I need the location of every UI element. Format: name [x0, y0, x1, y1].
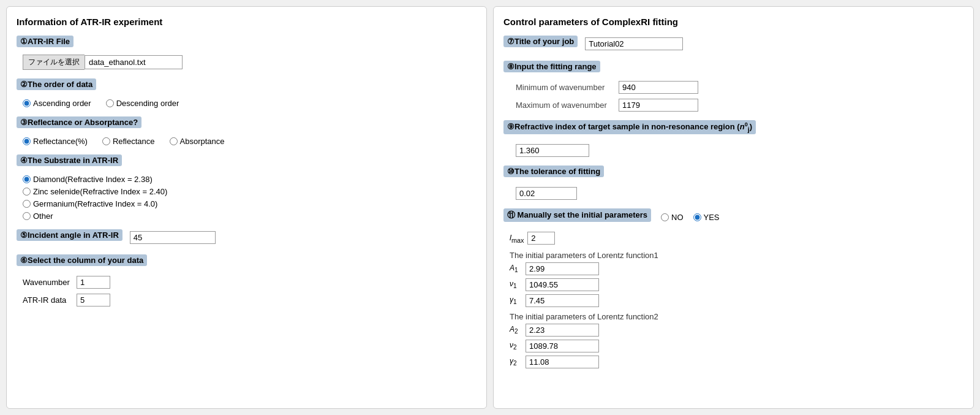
tolerance-label: ⑩The tolerance of fitting [503, 166, 604, 177]
descending-radio[interactable]: Descending order [106, 99, 179, 108]
nu2-label: ν2 [510, 341, 523, 351]
fitting-range-label: ⑧Input the fitting range [503, 61, 600, 72]
max-wavenumber-label: Maximum of wavenumber [516, 101, 614, 110]
data-order-label: ②The order of data [17, 78, 96, 90]
gamma2-input[interactable] [526, 356, 599, 368]
wavenumber-col-label: Wavenumber [23, 278, 72, 287]
ascending-radio[interactable]: Ascending order [23, 99, 91, 108]
lorentz1-title: The initial parameters of Lorentz functi… [510, 251, 963, 260]
no-radio[interactable]: NO [661, 213, 684, 222]
germanium-radio[interactable]: Germanium(Refractive Index = 4.0) [23, 199, 477, 208]
reflectance-pct-radio[interactable]: Reflectance(%) [23, 137, 88, 146]
atrir-col-label: ATR-IR data [23, 295, 72, 305]
lorentz2-section: The initial parameters of Lorentz functi… [510, 312, 963, 368]
tolerance-section: ⑩The tolerance of fitting [503, 166, 963, 200]
file-name-display: data_ethanol.txt [85, 55, 183, 69]
column-select-section: ⑥Select the column of your data Wavenumb… [17, 254, 477, 306]
gamma1-label: γ1 [510, 295, 523, 305]
reflectance-section: ③Reflectance or Absorptance? Reflectance… [17, 116, 477, 146]
A1-label: A1 [510, 264, 523, 273]
A2-input[interactable] [526, 324, 599, 337]
yes-radio[interactable]: YES [693, 213, 720, 222]
left-panel: Information of ATR-IR experiment ①ATR-IR… [6, 6, 487, 409]
lmax-label: lmax [510, 233, 524, 244]
substrate-label: ④The Substrate in ATR-IR [17, 154, 122, 166]
lmax-input[interactable] [527, 232, 555, 245]
substrate-section: ④The Substrate in ATR-IR Diamond(Refract… [17, 154, 477, 221]
gamma2-label: γ2 [510, 357, 523, 367]
incident-angle-section: ⑤Incident angle in ATR-IR [17, 229, 477, 246]
column-select-label: ⑥Select the column of your data [17, 254, 147, 266]
file-choose-button[interactable]: ファイルを選択 [23, 55, 85, 70]
atrir-col-input[interactable] [77, 294, 110, 306]
A2-label: A2 [510, 325, 523, 335]
absorptance-radio[interactable]: Absorptance [170, 137, 225, 146]
nu1-input[interactable] [526, 278, 599, 291]
max-wavenumber-input[interactable] [619, 99, 698, 112]
gamma1-input[interactable] [526, 294, 599, 307]
wavenumber-col-input[interactable] [77, 276, 110, 289]
left-panel-title: Information of ATR-IR experiment [17, 17, 477, 27]
manual-params-section: ⑪ Manually set the initial parameters NO… [503, 208, 963, 368]
atr-file-section: ①ATR-IR File ファイルを選択 data_ethanol.txt [17, 36, 477, 70]
reflectance-label: ③Reflectance or Absorptance? [17, 116, 141, 128]
min-wavenumber-label: Minimum of wavenumber [516, 83, 614, 92]
lorentz2-title: The initial parameters of Lorentz functi… [510, 312, 963, 321]
tolerance-input[interactable] [516, 187, 577, 200]
fitting-range-section: ⑧Input the fitting range Minimum of wave… [503, 61, 963, 112]
job-title-section: ⑦Title of your job [503, 36, 963, 52]
nu1-label: ν1 [510, 280, 523, 289]
refractive-index-input[interactable] [516, 144, 589, 157]
A1-input[interactable] [526, 262, 599, 275]
reflectance-radio[interactable]: Reflectance [102, 137, 155, 146]
diamond-radio[interactable]: Diamond(Refractive Index = 2.38) [23, 175, 477, 184]
incident-angle-input[interactable] [130, 231, 216, 244]
manual-params-label: ⑪ Manually set the initial parameters [503, 208, 651, 222]
right-panel-title: Control parameters of ComplexRI fitting [503, 17, 963, 27]
other-radio[interactable]: Other [23, 211, 477, 221]
refractive-index-section: ⑨Refractive index of target sample in no… [503, 120, 963, 157]
job-title-label: ⑦Title of your job [503, 36, 578, 47]
incident-angle-label: ⑤Incident angle in ATR-IR [17, 229, 123, 241]
atr-file-label: ①ATR-IR File [17, 36, 74, 47]
zinc-selenide-radio[interactable]: Zinc selenide(Refractive Index = 2.40) [23, 187, 477, 196]
right-panel: Control parameters of ComplexRI fitting … [493, 6, 974, 409]
refractive-index-label: ⑨Refractive index of target sample in no… [503, 120, 756, 134]
job-title-input[interactable] [585, 37, 683, 50]
nu2-input[interactable] [526, 340, 599, 352]
min-wavenumber-input[interactable] [619, 81, 698, 94]
data-order-section: ②The order of data Ascending order Desce… [17, 78, 477, 108]
lorentz1-section: The initial parameters of Lorentz functi… [510, 251, 963, 307]
